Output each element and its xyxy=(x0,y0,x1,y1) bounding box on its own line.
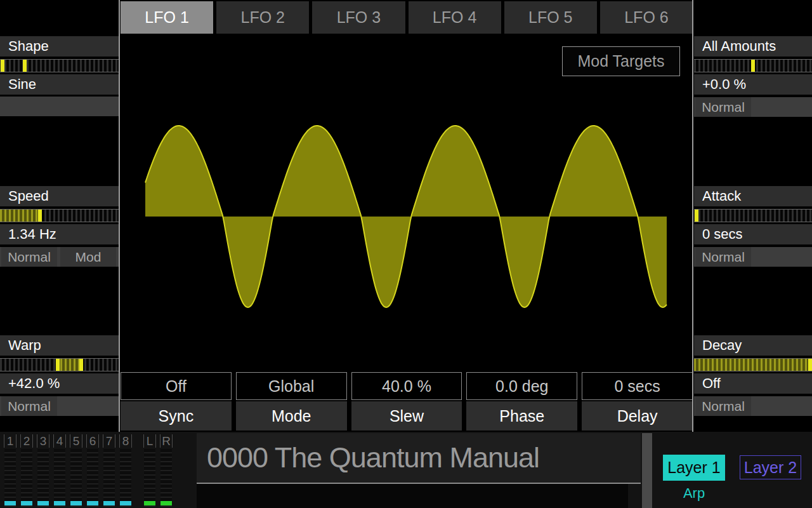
meter-level-segment xyxy=(144,501,155,505)
decay-label: Decay xyxy=(694,335,812,356)
patch-sub-panel xyxy=(197,484,628,508)
decay-normal-button[interactable]: Normal xyxy=(695,396,751,416)
meter-column-right-output: R xyxy=(160,434,173,507)
attack-button-row: Normal xyxy=(694,247,812,267)
speed-label: Speed xyxy=(0,186,119,206)
slew-label: Slew xyxy=(351,401,462,431)
phase-label: Phase xyxy=(466,401,577,431)
decay-value[interactable]: Off xyxy=(694,373,812,394)
meter-bar xyxy=(144,449,155,507)
meter-column-left-output: L xyxy=(143,434,156,507)
delay-label: Delay xyxy=(582,401,693,431)
footer-divider-strip xyxy=(642,433,652,508)
tab-lfo-3[interactable]: LFO 3 xyxy=(312,1,405,34)
meter-bar xyxy=(37,449,49,507)
layer-2-button[interactable]: Layer 2 xyxy=(740,455,801,479)
warp-label: Warp xyxy=(0,335,119,356)
decay-button-row: Normal xyxy=(694,396,812,416)
meter-bar xyxy=(54,449,65,507)
warp-normal-button[interactable]: Normal xyxy=(1,396,57,416)
sync-value[interactable]: Off xyxy=(121,372,232,400)
meter-column: 1 xyxy=(4,434,16,507)
sync-label: Sync xyxy=(121,401,232,431)
warp-button-row: Normal xyxy=(0,396,119,416)
delay-value[interactable]: 0 secs xyxy=(582,372,693,400)
meter-level-segment xyxy=(70,501,82,505)
right-panel-divider xyxy=(692,0,693,432)
all-amounts-normal-button[interactable]: Normal xyxy=(695,97,751,117)
all-amounts-label: All Amounts xyxy=(694,36,812,57)
right-parameter-panel: All Amounts +0.0 % Normal Attack 0 secs … xyxy=(694,0,812,432)
tab-lfo-1[interactable]: LFO 1 xyxy=(121,1,213,34)
meter-level-segment xyxy=(103,501,115,505)
attack-slider[interactable] xyxy=(694,209,812,222)
layer-1-button[interactable]: Layer 1 xyxy=(663,455,725,481)
all-amounts-section: All Amounts +0.0 % Normal xyxy=(694,36,812,117)
meter-level-segment xyxy=(54,501,65,505)
decay-slider[interactable] xyxy=(694,358,812,371)
meter-column: 4 xyxy=(53,434,66,507)
patch-title: 0000 The Quantum Manual xyxy=(207,441,539,474)
arp-status-label[interactable]: Arp xyxy=(663,485,725,502)
meter-column: 8 xyxy=(119,434,132,507)
voice-level-meters: 1 2 3 4 5 6 7 xyxy=(4,434,176,507)
lfo-parameter-row: Off Sync Global Mode 40.0 % Slew 0.0 deg… xyxy=(121,372,693,431)
meter-level-segment xyxy=(21,501,32,505)
speed-section: Speed 1.34 Hz Normal Mod xyxy=(0,186,119,267)
attack-normal-button[interactable]: Normal xyxy=(695,247,751,267)
lfo-waveform-plot xyxy=(121,36,693,371)
meter-level-segment xyxy=(87,501,98,505)
meter-bar xyxy=(70,449,82,507)
meter-level-segment xyxy=(160,501,172,505)
lfo-waveform-display: Mod Targets xyxy=(121,36,693,371)
phase-value[interactable]: 0.0 deg xyxy=(466,372,577,400)
attack-section: Attack 0 secs Normal xyxy=(694,186,812,267)
shape-section: Shape Sine xyxy=(0,36,119,116)
all-amounts-value[interactable]: +0.0 % xyxy=(694,74,812,95)
shape-option-row xyxy=(0,97,119,116)
tab-lfo-5[interactable]: LFO 5 xyxy=(504,1,597,34)
meter-column: 7 xyxy=(103,434,115,507)
mode-label: Mode xyxy=(236,401,347,431)
attack-label: Attack xyxy=(694,186,812,206)
meter-bar xyxy=(4,449,16,507)
meter-column: 3 xyxy=(37,434,49,507)
all-amounts-slider[interactable] xyxy=(694,59,812,72)
meter-level-segment xyxy=(37,501,49,505)
meter-bar xyxy=(160,449,172,507)
warp-section: Warp +42.0 % Normal xyxy=(0,335,119,416)
global-footer-bar: 1 2 3 4 5 6 7 xyxy=(0,432,812,508)
shape-value[interactable]: Sine xyxy=(0,74,119,95)
speed-mod-button[interactable]: Mod xyxy=(60,247,116,267)
phase-cell: 0.0 deg Phase xyxy=(466,372,577,431)
delay-cell: 0 secs Delay xyxy=(582,372,693,431)
mode-value[interactable]: Global xyxy=(236,372,347,400)
shape-label: Shape xyxy=(0,36,119,57)
mod-targets-button[interactable]: Mod Targets xyxy=(562,46,680,76)
speed-button-row: Normal Mod xyxy=(0,247,119,267)
meter-level-segment xyxy=(4,501,16,505)
meter-column: 5 xyxy=(70,434,82,507)
speed-value[interactable]: 1.34 Hz xyxy=(0,224,119,244)
meter-level-segment xyxy=(120,501,131,505)
decay-section: Decay Off Normal xyxy=(694,335,812,416)
attack-value[interactable]: 0 secs xyxy=(694,224,812,244)
warp-value[interactable]: +42.0 % xyxy=(0,373,119,394)
left-panel-divider xyxy=(119,0,120,432)
slew-value[interactable]: 40.0 % xyxy=(351,372,462,400)
mode-cell: Global Mode xyxy=(236,372,347,431)
meter-column: 6 xyxy=(86,434,99,507)
speed-normal-button[interactable]: Normal xyxy=(1,247,57,267)
meter-bar xyxy=(120,449,131,507)
tab-lfo-4[interactable]: LFO 4 xyxy=(409,1,501,34)
patch-name-panel[interactable]: 0000 The Quantum Manual xyxy=(197,433,641,483)
meter-bar xyxy=(103,449,115,507)
meter-column: 2 xyxy=(20,434,33,507)
tab-lfo-6[interactable]: LFO 6 xyxy=(600,1,693,34)
quantum-lfo-screen: LFO 1 LFO 2 LFO 3 LFO 4 LFO 5 LFO 6 Shap… xyxy=(0,0,812,508)
left-parameter-panel: Shape Sine Speed 1.34 Hz Normal Mod Warp… xyxy=(0,0,119,432)
speed-slider[interactable] xyxy=(0,209,119,222)
shape-slider[interactable] xyxy=(0,59,119,72)
warp-slider[interactable] xyxy=(0,358,119,371)
tab-lfo-2[interactable]: LFO 2 xyxy=(216,1,309,34)
